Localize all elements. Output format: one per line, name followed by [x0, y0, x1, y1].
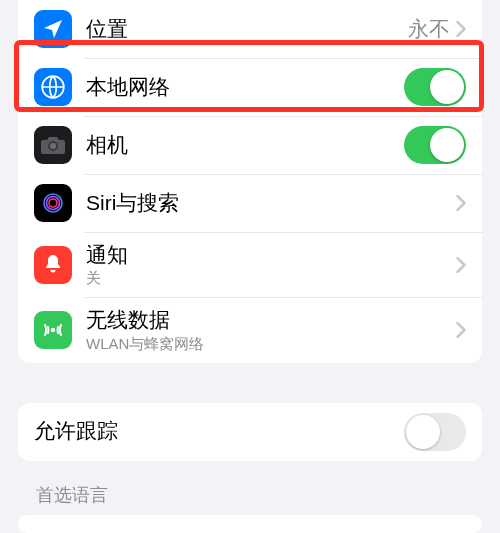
chevron-right-icon — [456, 257, 466, 273]
row-tracking-label: 允许跟踪 — [34, 418, 404, 444]
svg-point-7 — [51, 328, 55, 332]
row-wireless-data[interactable]: 无线数据 WLAN与蜂窝网络 — [18, 297, 482, 362]
toggle-tracking[interactable] — [404, 413, 466, 451]
row-location-value: 永不 — [408, 15, 450, 43]
row-wireless-label: 无线数据 — [86, 307, 456, 333]
settings-group-language — [18, 515, 482, 533]
camera-icon — [34, 126, 72, 164]
row-siri-label: Siri与搜索 — [86, 190, 456, 216]
settings-group-permissions: 位置 永不 本地网络 相机 — [18, 0, 482, 363]
toggle-local-network[interactable] — [404, 68, 466, 106]
chevron-right-icon — [456, 21, 466, 37]
section-header-language: 首选语言 — [0, 461, 500, 515]
chevron-right-icon — [456, 195, 466, 211]
row-camera-label: 相机 — [86, 132, 404, 158]
row-local-network-label: 本地网络 — [86, 74, 404, 100]
row-location[interactable]: 位置 永不 — [18, 0, 482, 58]
globe-icon — [34, 68, 72, 106]
row-notifications-sublabel: 关 — [86, 269, 456, 287]
row-allow-tracking[interactable]: 允许跟踪 — [18, 403, 482, 461]
chevron-right-icon — [456, 322, 466, 338]
bell-icon — [34, 246, 72, 284]
row-wireless-sublabel: WLAN与蜂窝网络 — [86, 335, 456, 353]
antenna-icon — [34, 311, 72, 349]
location-icon — [34, 10, 72, 48]
row-notifications[interactable]: 通知 关 — [18, 232, 482, 297]
settings-group-tracking: 允许跟踪 — [18, 403, 482, 461]
row-notifications-label: 通知 — [86, 242, 456, 268]
row-siri-search[interactable]: Siri与搜索 — [18, 174, 482, 232]
svg-point-2 — [50, 143, 56, 149]
row-local-network[interactable]: 本地网络 — [18, 58, 482, 116]
siri-icon — [34, 184, 72, 222]
row-camera[interactable]: 相机 — [18, 116, 482, 174]
toggle-camera[interactable] — [404, 126, 466, 164]
row-location-label: 位置 — [86, 16, 408, 42]
